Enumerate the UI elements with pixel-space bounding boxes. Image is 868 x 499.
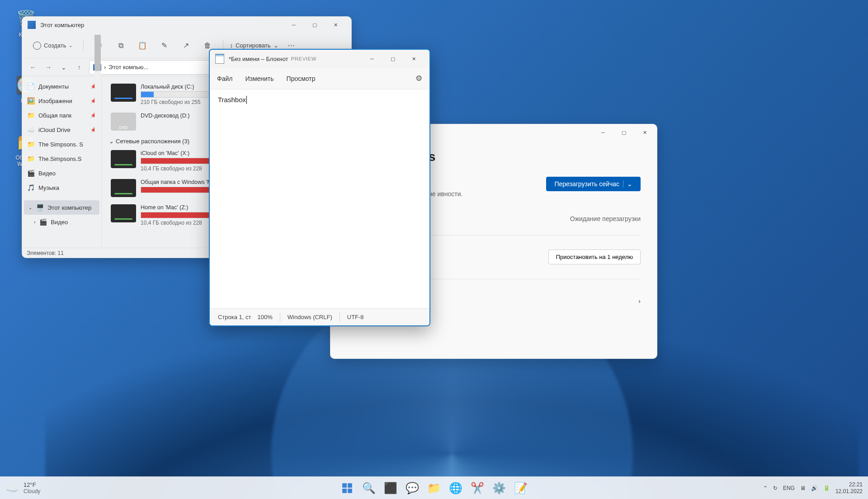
notepad-window: *Без имени – Блокнот PREVIEW ─ ▢ ✕ Файл … [209, 49, 430, 326]
close-button[interactable]: ✕ [634, 125, 655, 140]
taskbar-center: 🔍 ⬛ 💬 📁 🌐 ✂️ ⚙️ 📝 [338, 479, 530, 498]
maximize-button[interactable]: ▢ [304, 18, 325, 32]
sidebar-item[interactable]: 📁The Simpsons. S [22, 137, 101, 151]
network-drive-icon [111, 204, 136, 222]
new-button[interactable]: Создать ⌄ [28, 39, 77, 52]
status-zoom: 100% [258, 314, 273, 320]
menu-view[interactable]: Просмотр [287, 75, 316, 82]
recent-button[interactable]: ⌄ [58, 64, 69, 71]
language-indicator[interactable]: ENG [783, 485, 795, 491]
chat-icon[interactable]: 💬 [403, 479, 422, 498]
share-icon[interactable]: ↗ [177, 38, 195, 54]
documents-icon: 📄 [27, 83, 35, 90]
system-tray: ⌃ ↻ ENG 🖥 🔊 🔋 22:2112.01.2022 [763, 481, 863, 494]
music-icon: 🎵 [27, 184, 35, 191]
taskbar: ☁️ 12°FCloudy 🔍 ⬛ 💬 📁 🌐 ✂️ ⚙️ 📝 ⌃ ↻ ENG … [0, 476, 868, 499]
sort-button[interactable]: ↕ Сортировать ⌄ [230, 42, 278, 49]
weather-widget[interactable]: ☁️ 12°FCloudy [5, 481, 40, 494]
pause-button[interactable]: Приостановить на 1 неделю [548, 250, 641, 264]
close-button[interactable]: ✕ [403, 52, 424, 66]
sidebar-item[interactable]: › 🎬Видео [22, 215, 101, 229]
preview-badge: PREVIEW [291, 56, 317, 61]
notepad-taskbar-icon[interactable]: 📝 [511, 479, 530, 498]
sidebar-item[interactable]: 📄Документы📌 [22, 79, 101, 94]
back-button[interactable]: ← [28, 64, 38, 71]
search-icon[interactable]: 🔍 [359, 479, 378, 498]
notepad-statusbar: Строка 1, ст 100% Windows (CRLF) UTF-8 [210, 308, 429, 325]
notepad-icon [215, 54, 224, 64]
taskview-icon[interactable]: ⬛ [381, 479, 400, 498]
notepad-titlebar[interactable]: *Без имени – Блокнот PREVIEW ─ ▢ ✕ [210, 50, 429, 68]
notepad-menubar: Файл Изменить Просмотр ⚙ [210, 68, 429, 89]
battery-icon[interactable]: 🔋 [823, 485, 830, 491]
folder-icon: 📁 [27, 155, 35, 162]
pc-icon: 🖥️ [36, 204, 44, 211]
start-button[interactable] [338, 479, 357, 498]
status-eol: Windows (CRLF) [288, 314, 332, 320]
settings-taskbar-icon[interactable]: ⚙️ [490, 479, 509, 498]
explorer-taskbar-icon[interactable]: 📁 [425, 479, 443, 498]
network-drive-icon [111, 150, 136, 168]
menu-file[interactable]: Файл [217, 75, 232, 82]
sidebar-item[interactable]: 🎵Музыка [22, 180, 101, 195]
gear-icon[interactable]: ⚙ [415, 74, 422, 83]
sync-icon[interactable]: ↻ [773, 485, 778, 491]
network-icon[interactable]: 🖥 [800, 485, 806, 491]
edge-icon[interactable]: 🌐 [446, 479, 465, 498]
restart-button[interactable]: Перезагрузить сейчас⌄ [546, 177, 641, 191]
svg-rect-3 [348, 489, 352, 493]
notepad-textarea[interactable]: Trashbox [210, 89, 429, 308]
status-encoding: UTF-8 [347, 314, 364, 320]
volume-icon[interactable]: 🔊 [811, 485, 818, 491]
explorer-title: Этот компьютер [40, 22, 283, 28]
status-position: Строка 1, ст [218, 314, 251, 320]
close-button[interactable]: ✕ [325, 18, 346, 32]
svg-rect-2 [342, 489, 347, 493]
snipping-icon[interactable]: ✂️ [468, 479, 487, 498]
tray-chevron-icon[interactable]: ⌃ [763, 485, 768, 491]
drive-icon [111, 84, 136, 102]
sidebar-item[interactable]: 🎬Видео [22, 166, 101, 180]
icloud-icon: ☁️ [27, 126, 35, 133]
forward-button[interactable]: → [43, 64, 54, 71]
folder-icon: 📁 [27, 141, 35, 148]
notepad-title: *Без имени – Блокнот [229, 56, 288, 62]
maximize-button[interactable]: ▢ [613, 125, 634, 140]
svg-rect-1 [348, 483, 352, 488]
minimize-button[interactable]: ─ [283, 18, 304, 32]
rename-icon[interactable]: ✎ [155, 38, 173, 54]
explorer-titlebar[interactable]: Этот компьютер ─ ▢ ✕ [22, 17, 351, 33]
clock[interactable]: 22:2112.01.2022 [835, 481, 863, 494]
maximize-button[interactable]: ▢ [382, 52, 403, 66]
sidebar-item[interactable]: ☁️iCloud Drive📌 [22, 122, 101, 137]
minimize-button[interactable]: ─ [362, 52, 382, 66]
video-icon: 🎬 [39, 218, 47, 226]
svg-rect-0 [342, 483, 347, 488]
paste-icon[interactable]: 📋 [133, 38, 151, 54]
pc-icon [28, 21, 36, 29]
scrollbar[interactable] [94, 17, 101, 170]
menu-edit[interactable]: Изменить [245, 75, 274, 82]
dvd-icon: DVD [111, 113, 136, 131]
weather-icon: ☁️ [5, 482, 19, 494]
sidebar-item[interactable]: 🖼️Изображени📌 [22, 94, 101, 108]
sidebar-item[interactable]: 📁The.Simpsons.S [22, 151, 101, 166]
copy-icon[interactable]: ⧉ [112, 38, 130, 54]
folder-icon: 📁 [27, 112, 35, 119]
pictures-icon: 🖼️ [27, 97, 35, 104]
up-button[interactable]: ↑ [74, 64, 85, 71]
network-drive-icon [111, 179, 136, 197]
sidebar-item-this-pc[interactable]: ⌄ 🖥️Этот компьютер [24, 200, 99, 215]
sidebar-item[interactable]: 📁Общая папк📌 [22, 108, 101, 122]
video-icon: 🎬 [27, 169, 35, 177]
minimize-button[interactable]: ─ [593, 125, 613, 140]
explorer-sidebar: 📄Документы📌 🖼️Изображени📌 📁Общая папк📌 ☁… [22, 76, 102, 249]
